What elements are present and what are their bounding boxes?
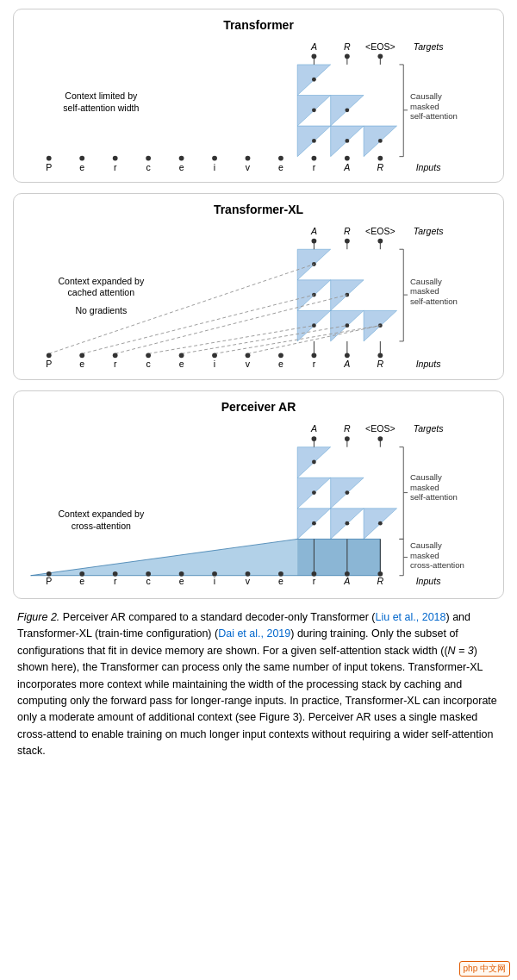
- caption-text-4: shown here), the Transformer can process…: [17, 661, 497, 757]
- svg-text:masked: masked: [410, 286, 439, 296]
- svg-text:v: v: [246, 576, 251, 586]
- svg-text:Inputs: Inputs: [416, 576, 441, 586]
- svg-rect-39: [364, 96, 396, 127]
- svg-point-167: [312, 521, 316, 526]
- svg-point-166: [345, 490, 349, 495]
- svg-point-20: [246, 156, 251, 161]
- svg-text:Inputs: Inputs: [416, 162, 441, 172]
- liu-ref-link[interactable]: Liu et al., 2018: [376, 611, 446, 623]
- svg-point-19: [212, 156, 217, 161]
- svg-text:e: e: [179, 359, 184, 369]
- svg-text:r: r: [313, 576, 316, 586]
- svg-text:<EOS>: <EOS>: [365, 423, 396, 434]
- svg-text:e: e: [79, 162, 84, 172]
- svg-point-15: [79, 156, 84, 161]
- svg-text:R: R: [344, 41, 351, 52]
- svg-text:self-attention: self-attention: [410, 296, 458, 306]
- svg-point-14: [47, 156, 52, 161]
- svg-point-190: [113, 571, 118, 577]
- svg-text:e: e: [278, 162, 283, 172]
- svg-text:e: e: [79, 359, 84, 369]
- svg-point-98: [345, 323, 349, 328]
- svg-point-189: [79, 571, 84, 577]
- svg-point-194: [246, 571, 251, 577]
- svg-text:c: c: [146, 576, 150, 586]
- svg-point-53: [312, 78, 316, 82]
- svg-text:No gradients: No gradients: [75, 305, 127, 315]
- svg-point-16: [113, 156, 118, 161]
- svg-text:A: A: [310, 423, 317, 434]
- svg-text:R: R: [344, 423, 351, 434]
- svg-point-125: [146, 353, 151, 358]
- svg-text:cross-attention: cross-attention: [410, 560, 464, 570]
- svg-text:i: i: [214, 576, 215, 586]
- svg-text:<EOS>: <EOS>: [365, 41, 396, 52]
- svg-text:Context expanded by: Context expanded by: [58, 276, 145, 286]
- svg-point-57: [345, 139, 349, 143]
- svg-text:r: r: [114, 576, 117, 586]
- svg-text:r: r: [313, 359, 316, 369]
- svg-text:self-attention width: self-attention width: [63, 103, 139, 113]
- svg-point-126: [179, 353, 184, 358]
- svg-point-123: [79, 353, 84, 358]
- svg-text:Context limited by: Context limited by: [65, 91, 138, 101]
- svg-text:Causally: Causally: [410, 277, 442, 286]
- perceiver-ar-content: A R <EOS> Targets Context expanded by cr…: [22, 419, 495, 591]
- svg-text:self-attention: self-attention: [410, 111, 458, 121]
- svg-point-54: [312, 108, 316, 112]
- svg-text:Targets: Targets: [414, 423, 445, 434]
- svg-text:Targets: Targets: [414, 226, 445, 236]
- svg-text:P: P: [46, 162, 52, 172]
- svg-text:masked: masked: [410, 551, 439, 560]
- svg-text:self-attention: self-attention: [410, 492, 458, 502]
- svg-text:v: v: [246, 162, 251, 172]
- svg-point-17: [146, 156, 151, 161]
- dai-ref-link[interactable]: Dai et al., 2019: [218, 627, 290, 640]
- svg-text:P: P: [46, 359, 52, 369]
- svg-text:cached attention: cached attention: [68, 287, 135, 297]
- caption-text-1: Perceiver AR compared to a standard deco…: [63, 611, 376, 623]
- svg-point-128: [246, 353, 251, 358]
- svg-text:R: R: [377, 576, 384, 586]
- svg-text:cross-attention: cross-attention: [72, 521, 131, 531]
- transformer-title: Transformer: [22, 18, 495, 32]
- svg-point-58: [378, 139, 383, 143]
- perceiver-ar-title: Perceiver AR: [22, 400, 495, 414]
- svg-point-127: [212, 353, 217, 358]
- transformer-xl-diagram: Transformer-XL A R <EOS> Targets Context…: [13, 193, 504, 380]
- svg-text:r: r: [114, 359, 117, 369]
- svg-text:Inputs: Inputs: [416, 359, 441, 369]
- svg-text:R: R: [377, 359, 384, 369]
- svg-text:A: A: [310, 226, 317, 236]
- transformer-content: Context limited by self-attention width …: [22, 37, 495, 175]
- svg-text:Targets: Targets: [414, 41, 445, 52]
- svg-text:A: A: [343, 162, 350, 172]
- svg-point-129: [278, 353, 283, 358]
- transformer-xl-content: A R <EOS> Targets Context expanded by ca…: [22, 222, 495, 372]
- svg-text:A: A: [310, 41, 317, 52]
- svg-point-97: [312, 323, 316, 328]
- svg-rect-38: [364, 65, 396, 96]
- svg-text:Causally: Causally: [410, 540, 442, 550]
- svg-point-21: [278, 156, 283, 161]
- svg-text:masked: masked: [410, 483, 439, 492]
- svg-point-122: [47, 353, 52, 358]
- svg-text:i: i: [214, 359, 215, 369]
- svg-text:Causally: Causally: [410, 472, 442, 482]
- svg-text:R: R: [344, 226, 351, 236]
- perceiver-ar-diagram: Perceiver AR A R <EOS> Targets Context e…: [13, 390, 504, 599]
- svg-point-169: [378, 521, 383, 526]
- svg-point-165: [312, 490, 316, 495]
- watermark: php 中文网: [459, 961, 510, 977]
- svg-text:e: e: [179, 576, 184, 586]
- svg-point-164: [312, 460, 316, 465]
- svg-text:<EOS>: <EOS>: [365, 226, 396, 236]
- svg-text:e: e: [278, 359, 283, 369]
- svg-point-56: [312, 139, 316, 143]
- svg-rect-35: [331, 65, 364, 96]
- svg-point-191: [146, 571, 151, 577]
- figure-label: Figure 2.: [17, 611, 59, 623]
- svg-point-124: [113, 353, 118, 358]
- transformer-xl-title: Transformer-XL: [22, 203, 495, 216]
- figure-caption: Figure 2. Perceiver AR compared to a sta…: [13, 609, 504, 759]
